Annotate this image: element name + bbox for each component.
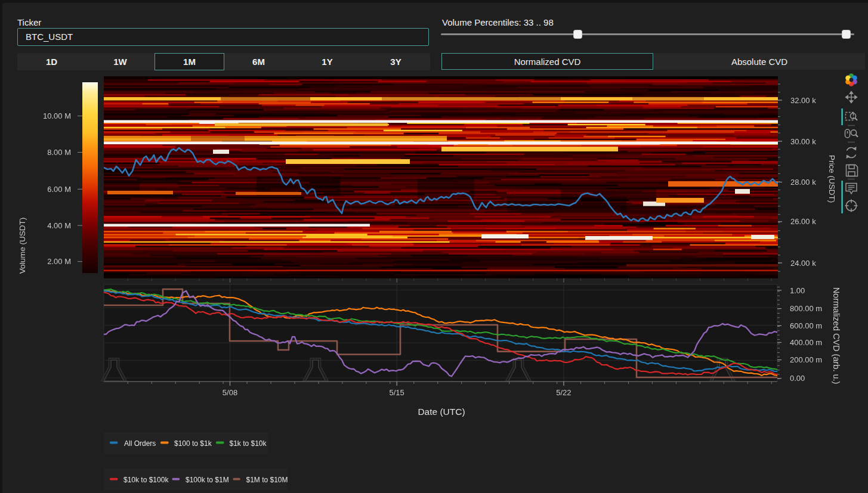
svg-text:All Orders: All Orders: [124, 439, 156, 448]
svg-text:30.00 k: 30.00 k: [790, 137, 816, 146]
svg-text:200.00 m: 200.00 m: [790, 355, 822, 364]
svg-text:1.00: 1.00: [790, 286, 805, 295]
svg-text:Price (USDT): Price (USDT): [827, 155, 836, 203]
svg-text:4.00 M: 4.00 M: [47, 221, 71, 230]
svg-text:8.00 M: 8.00 M: [47, 148, 71, 157]
svg-text:5/15: 5/15: [390, 388, 404, 397]
svg-text:$10k to $100k: $10k to $100k: [123, 476, 169, 484]
svg-text:0.00: 0.00: [790, 374, 805, 383]
svg-text:10.00 M: 10.00 M: [43, 111, 71, 120]
svg-text:Normalized CVD (arb. u.): Normalized CVD (arb. u.): [832, 287, 841, 385]
svg-text:600.00 m: 600.00 m: [790, 321, 822, 330]
svg-text:28.00 k: 28.00 k: [790, 178, 816, 187]
svg-text:26.00 k: 26.00 k: [790, 217, 816, 226]
svg-text:$1k to $10k: $1k to $10k: [230, 439, 267, 448]
svg-text:Date (UTC): Date (UTC): [418, 407, 465, 417]
svg-text:$1M to $10M: $1M to $10M: [246, 476, 288, 484]
svg-text:5/08: 5/08: [223, 388, 237, 397]
svg-text:2.00 M: 2.00 M: [47, 257, 71, 266]
svg-text:800.00 m: 800.00 m: [790, 304, 822, 313]
svg-text:24.00 k: 24.00 k: [790, 259, 816, 268]
svg-text:Volume (USDT): Volume (USDT): [18, 218, 27, 274]
svg-text:32.00 k: 32.00 k: [790, 96, 816, 105]
svg-text:$100k to $1M: $100k to $1M: [186, 476, 229, 484]
svg-text:400.00 m: 400.00 m: [790, 338, 822, 347]
svg-text:5/22: 5/22: [556, 388, 571, 397]
svg-text:6.00 M: 6.00 M: [47, 185, 71, 194]
svg-text:$100 to $1k: $100 to $1k: [174, 439, 212, 448]
